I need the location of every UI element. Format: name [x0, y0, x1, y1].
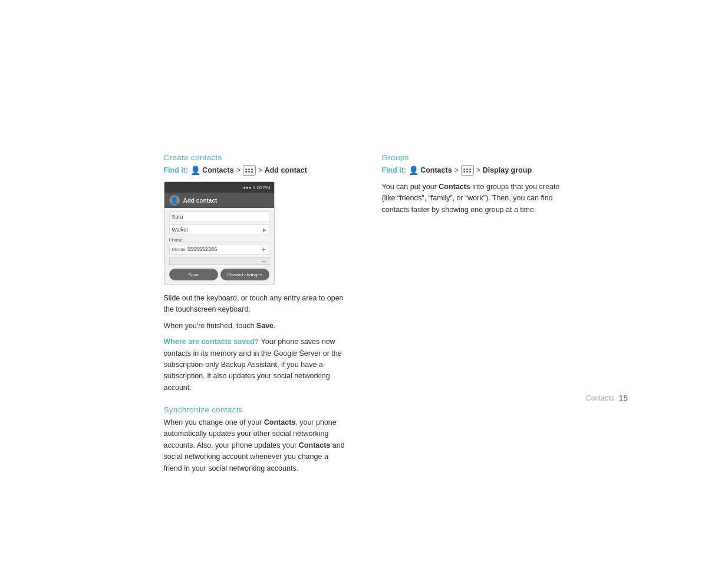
nav-add-contact: Add contact: [265, 166, 307, 174]
menu-dot-g: [466, 171, 468, 173]
where-paragraph: Where are contacts saved? Your phone sav…: [164, 336, 347, 394]
phone-remove-icon: −: [261, 257, 266, 265]
footer-page-number: 15: [618, 394, 628, 403]
find-it-label-groups: Find it:: [382, 166, 407, 174]
phone-firstname-field: Sara: [169, 211, 269, 222]
nav-arrow-2: >: [258, 166, 262, 174]
menu-dot-g: [463, 171, 465, 173]
page-footer: Contacts 15: [586, 394, 628, 403]
phone-header-text: Add contact: [183, 197, 218, 204]
where-question: Where are contacts saved?: [164, 338, 259, 346]
create-paragraph1-text: Slide out the keyboard, or touch any ent…: [164, 294, 344, 313]
menu-icon-dots: [244, 167, 255, 174]
phone-lastname-value: Walker: [172, 227, 189, 233]
nav-contacts-create: Contacts: [202, 166, 233, 174]
phone-add-icon: +: [261, 245, 266, 253]
groups-section: Groups Find it: 👤 Contacts >: [382, 153, 565, 216]
find-it-line-groups: Find it: 👤 Contacts >: [382, 165, 565, 176]
phone-mockup: ●●● 1:00 PM 👤 Add contact Sara Walker: [164, 181, 275, 285]
menu-icon-groups: [461, 165, 474, 176]
menu-dot-g: [469, 171, 471, 173]
nav-arrow-1: >: [236, 166, 241, 174]
create-contacts-title: Create contacts: [164, 153, 347, 162]
sync-contacts-section: Synchronize contacts When you change one…: [164, 405, 347, 474]
phone-lastname-field: Walker ▶: [169, 224, 269, 235]
menu-dot: [248, 171, 250, 173]
nav-menu-create: [243, 165, 256, 176]
sync-paragraph: When you change one of your Contacts, yo…: [164, 417, 347, 474]
contacts-person-icon-groups: 👤: [409, 166, 418, 175]
phone-mobile-field: Mobile 5555552385 +: [169, 244, 269, 254]
menu-icon-dots-groups: [462, 167, 473, 174]
phone-contact-icon: 👤: [169, 195, 180, 206]
phone-mobile-label: Mobile: [172, 247, 186, 252]
groups-contacts-bold: Contacts: [439, 183, 470, 191]
right-column: Groups Find it: 👤 Contacts >: [382, 153, 565, 479]
phone-lastname-arrow: ▶: [263, 227, 266, 233]
signal-icon: ●●●: [243, 185, 252, 190]
groups-title: Groups: [382, 153, 565, 162]
menu-dot: [248, 168, 250, 170]
save-bold: Save: [256, 322, 274, 330]
phone-header: 👤 Add contact: [164, 193, 274, 208]
nav-contacts-groups: Contacts: [420, 166, 452, 174]
menu-dot-g: [469, 168, 471, 170]
menu-dot-g: [463, 168, 465, 170]
menu-dot: [245, 171, 247, 173]
nav-arrow-3: >: [454, 166, 459, 174]
create-para2-text: When you're finished, touch: [164, 322, 256, 330]
sync-para-text: When you change one of your: [164, 418, 264, 427]
create-para2-end: .: [274, 322, 275, 330]
menu-dot: [251, 168, 253, 170]
phone-firstname-value: Sara: [172, 214, 183, 220]
content-area: Create contacts Find it: 👤 Contacts >: [164, 153, 565, 479]
page-container: Create contacts Find it: 👤 Contacts >: [0, 0, 728, 562]
phone-discard-button[interactable]: Discard changes: [220, 269, 269, 280]
phone-status-bar: ●●● 1:00 PM: [164, 182, 274, 193]
phone-buttons-row: Save Discard changes: [169, 269, 269, 280]
groups-paragraph: You can put your Contacts into groups th…: [382, 181, 565, 216]
footer-section-label: Contacts: [586, 394, 614, 402]
nav-arrow-4: >: [476, 166, 480, 174]
phone-extra-row: −: [169, 257, 269, 265]
groups-para-text: You can put your: [382, 183, 439, 191]
phone-mobile-value: 5555552385: [187, 246, 217, 252]
create-paragraph2: When you're finished, touch Save.: [164, 320, 347, 332]
menu-dot: [251, 171, 253, 173]
menu-dot: [245, 168, 247, 170]
create-paragraph1: Slide out the keyboard, or touch any ent…: [164, 293, 347, 316]
phone-phone-label: Phone: [169, 237, 269, 243]
create-contacts-section: Create contacts Find it: 👤 Contacts >: [164, 153, 347, 394]
phone-body: Sara Walker ▶ Phone Mobile 5555552385 +: [164, 208, 274, 284]
nav-display-group: Display group: [483, 166, 532, 174]
contacts-person-icon-create: 👤: [190, 166, 200, 175]
sync-contacts-bold2: Contacts: [299, 441, 330, 449]
menu-dot-g: [466, 168, 468, 170]
phone-status-icons: ●●● 1:00 PM: [243, 185, 270, 190]
sync-contacts-bold1: Contacts: [264, 418, 295, 427]
find-it-label-create: Find it:: [164, 166, 189, 174]
status-time: 1:00 PM: [253, 185, 271, 190]
find-it-line-create: Find it: 👤 Contacts >: [164, 165, 347, 176]
left-column: Create contacts Find it: 👤 Contacts >: [164, 153, 347, 479]
phone-save-button[interactable]: Save: [169, 269, 218, 280]
menu-icon-create: [243, 165, 256, 176]
sync-contacts-title: Synchronize contacts: [164, 405, 347, 414]
nav-menu-groups: [461, 165, 474, 176]
